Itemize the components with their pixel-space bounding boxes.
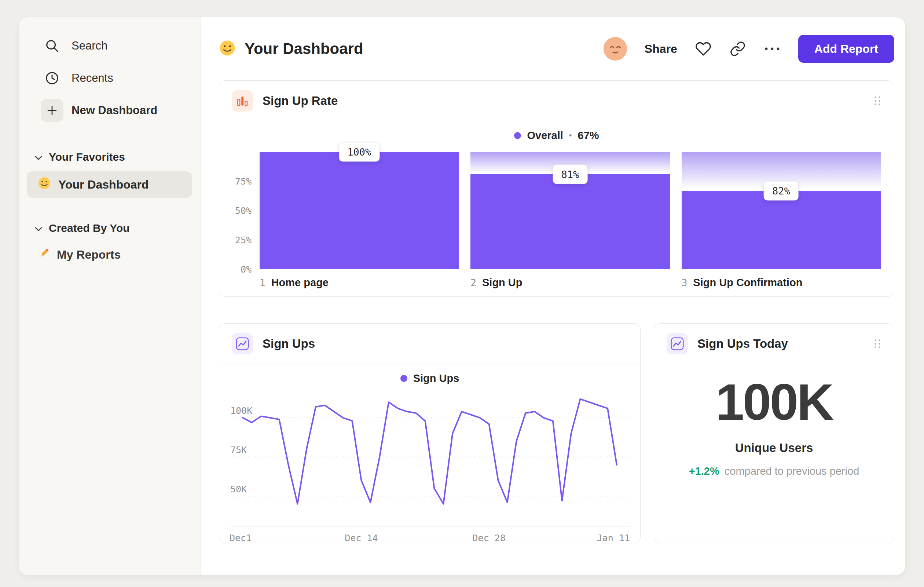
sign-ups-card: Sign Ups Sign Ups 100K75K50K Dec1Dec 14D… — [219, 323, 640, 543]
funnel-legend[interactable]: Overall • 67% — [219, 121, 894, 150]
heart-icon[interactable] — [695, 40, 712, 57]
funnel-step[interactable]: 82%3Sign Up Confirmation — [681, 152, 881, 289]
funnel-y-axis: 75%50%25%0% — [233, 152, 256, 269]
line-chart-plot[interactable]: 100K75K50K — [229, 398, 630, 527]
line-x-axis: Dec1Dec 14Dec 28Jan 11 — [229, 527, 630, 543]
funnel-step-name: Sign Up Confirmation — [693, 277, 802, 289]
pencil-emoji-icon — [38, 247, 50, 262]
sidebar-item-recents[interactable]: Recents — [24, 62, 195, 94]
favorites-section-toggle[interactable]: Your Favorites — [24, 146, 195, 169]
stat-card-title: Sign Ups Today — [697, 337, 788, 351]
legend-label: Overall — [527, 129, 563, 142]
line-x-tick: Dec 28 — [473, 533, 506, 543]
sign-up-rate-card: Sign Up Rate Overall • 67% 75%50%25%0% 1… — [219, 80, 894, 297]
funnel-step[interactable]: 81%2Sign Up — [470, 152, 670, 289]
sidebar: Search Recents New Dashboard Your Favori… — [19, 17, 201, 575]
funnel-step-index: 2 — [470, 277, 476, 288]
created-section-toggle[interactable]: Created By You — [24, 217, 195, 240]
funnel-y-tick: 50% — [235, 205, 252, 216]
bottom-row: Sign Ups Sign Ups 100K75K50K Dec1Dec 14D… — [219, 323, 894, 543]
search-icon — [41, 35, 63, 57]
funnel-step-label: 2Sign Up — [470, 277, 670, 289]
line-card-title: Sign Ups — [262, 337, 315, 351]
sign-ups-today-card: Sign Ups Today 100K Unique Users +1.2% c… — [654, 323, 894, 543]
legend-label: Sign Ups — [413, 372, 459, 384]
drag-handle-icon[interactable] — [873, 95, 881, 106]
funnel-value-label: 81% — [553, 164, 588, 184]
stat-delta: +1.2% — [689, 465, 719, 477]
favorites-section-title: Your Favorites — [49, 151, 125, 163]
line-chart-icon — [667, 333, 688, 354]
line-x-tick: Dec1 — [229, 533, 252, 543]
line-card-header: Sign Ups — [219, 324, 640, 364]
page-title: Your Dashboard — [244, 40, 363, 58]
legend-dot — [514, 132, 521, 139]
sidebar-recents-label: Recents — [71, 71, 113, 85]
link-icon[interactable] — [729, 40, 746, 57]
line-y-tick: 75K — [230, 445, 247, 455]
funnel-card-title: Sign Up Rate — [262, 94, 338, 108]
funnel-bar[interactable]: 100% — [260, 152, 459, 269]
add-report-button[interactable]: Add Report — [798, 35, 894, 63]
sidebar-item-your-dashboard[interactable]: Your Dashboard — [27, 171, 192, 198]
plus-icon — [41, 99, 63, 122]
sidebar-section-favorites: Your Favorites Your Dashboard — [24, 146, 195, 198]
chevron-down-icon — [35, 222, 42, 235]
stat-body: 100K Unique Users +1.2% compared to prev… — [654, 364, 894, 477]
stat-delta-note: compared to previous period — [724, 465, 860, 477]
funnel-steps: 100%1Home page81%2Sign Up82%3Sign Up Con… — [260, 152, 881, 289]
dashboard-header: Your Dashboard Share Add Report — [219, 17, 894, 80]
line-x-tick: Dec 14 — [345, 533, 378, 543]
stat-card-header: Sign Ups Today — [654, 324, 894, 364]
line-legend[interactable]: Sign Ups — [219, 364, 640, 393]
sidebar-search-label: Search — [71, 39, 107, 53]
app-window: Search Recents New Dashboard Your Favori… — [18, 17, 906, 575]
created-item-label: My Reports — [57, 248, 120, 261]
main-content: Your Dashboard Share Add Report — [201, 17, 905, 575]
funnel-bar-fill — [681, 191, 881, 269]
drag-handle-icon[interactable] — [873, 338, 881, 349]
favorite-item-label: Your Dashboard — [58, 178, 149, 192]
line-y-tick: 100K — [230, 405, 252, 416]
funnel-y-tick: 25% — [235, 235, 252, 245]
funnel-step-index: 3 — [681, 277, 688, 288]
sidebar-item-search[interactable]: Search — [24, 30, 195, 62]
funnel-bar[interactable]: 82% — [681, 152, 881, 269]
chevron-down-icon — [35, 151, 42, 163]
funnel-step-index: 1 — [260, 277, 266, 288]
sidebar-item-new-dashboard[interactable]: New Dashboard — [24, 94, 195, 127]
sidebar-section-created: Created By You My Reports — [24, 217, 195, 268]
funnel-step-label: 3Sign Up Confirmation — [681, 277, 881, 289]
funnel-y-tick: 0% — [241, 264, 252, 275]
share-button[interactable]: Share — [645, 42, 677, 56]
legend-separator: • — [569, 131, 572, 140]
sidebar-item-my-reports[interactable]: My Reports — [24, 241, 195, 268]
line-chart-svg — [229, 398, 630, 526]
line-x-tick: Jan 11 — [597, 533, 630, 543]
funnel-chart: 75%50%25%0% 100%1Home page81%2Sign Up82%… — [219, 150, 894, 289]
funnel-bar-fill — [260, 152, 459, 269]
sidebar-new-dashboard-label: New Dashboard — [71, 104, 157, 117]
funnel-value-label: 100% — [339, 142, 380, 162]
funnel-step-label: 1Home page — [260, 277, 459, 289]
funnel-card-header: Sign Up Rate — [219, 81, 894, 121]
legend-dot — [400, 375, 408, 382]
funnel-value-label: 82% — [764, 181, 799, 200]
ellipsis-icon[interactable] — [764, 40, 780, 57]
funnel-bar-fill — [470, 174, 670, 269]
legend-value: 67% — [578, 129, 599, 142]
avatar[interactable] — [604, 37, 627, 61]
stat-label: Unique Users — [735, 441, 813, 455]
line-y-tick: 50K — [230, 484, 247, 494]
dashboard-emoji-icon — [219, 40, 236, 58]
line-chart-icon — [232, 333, 253, 354]
created-section-title: Created By You — [49, 222, 130, 235]
funnel-step[interactable]: 100%1Home page — [260, 152, 459, 289]
bar-chart-icon — [232, 90, 253, 112]
clock-icon — [41, 67, 63, 89]
stat-value: 100K — [716, 376, 833, 428]
smiley-emoji-icon — [38, 177, 51, 193]
funnel-step-name: Sign Up — [482, 277, 523, 289]
funnel-bar[interactable]: 81% — [470, 152, 670, 269]
funnel-step-name: Home page — [271, 277, 328, 289]
